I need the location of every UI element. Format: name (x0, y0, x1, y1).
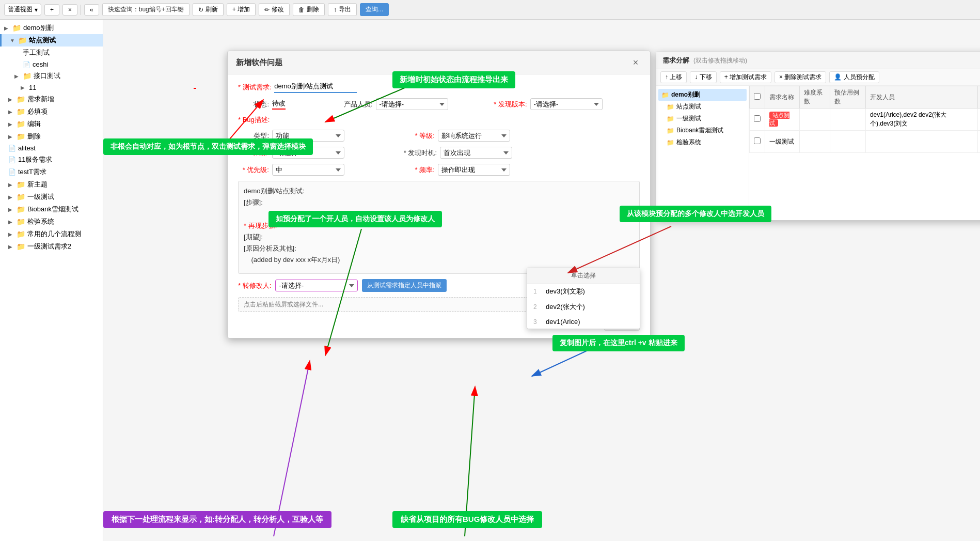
sidebar-item-label: 删除 (27, 132, 41, 141)
sidebar-item-api[interactable]: ▶ 📁 接口测试 (0, 70, 103, 82)
sidebar-item-alitest[interactable]: 📄 alitest (0, 143, 103, 153)
req-tree-item-check[interactable]: 📁 检验系统 (658, 136, 747, 148)
form-field-level: * 等级: 影响系统运行 (404, 130, 640, 142)
view-select[interactable]: 普通视图 ▾ (4, 4, 41, 16)
req-add-button[interactable]: + 增加测试需求 (720, 71, 771, 83)
desc-area[interactable]: demo别删/站点测试: [步骤]: * 再现步骤: [期望]: [原因分析及其… (238, 181, 640, 274)
sidebar-item-edit[interactable]: ▶ 📁 编辑 (0, 118, 103, 130)
bug-desc-label: * Bug描述: (238, 115, 270, 125)
found-time-select[interactable]: 首次出现 (440, 147, 512, 159)
collapse-button[interactable]: « (84, 4, 99, 16)
req-tree-item-level1[interactable]: 📁 一级测试 (658, 113, 747, 125)
req-tree-label: 站点测试 (676, 102, 701, 111)
req-table-header-difficulty: 难度系数 (799, 86, 830, 109)
annotation-initial-state: 新增时初始状态由流程推导出来 (392, 71, 515, 88)
annotation-select-dev: 从该模块预分配的多个修改人中选开发人员 (620, 206, 771, 222)
sidebar-item-flow[interactable]: ▶ 📁 常用的几个流程测 (0, 228, 103, 240)
sidebar-item-level1[interactable]: ▶ 📁 一级测试 (0, 191, 103, 203)
sidebar-item-label: Biobank雪烟测试 (27, 205, 78, 214)
req-table-row: 站点测试 dev1(Arice),dev2 dev2(张大个),dev3(刘文 (750, 109, 981, 131)
sidebar-item-check[interactable]: ▶ 📁 检验系统 (0, 215, 103, 228)
sidebar-item-manual[interactable]: 手工测试 (0, 47, 103, 59)
sidebar-item-label: 手工测试 (23, 48, 50, 57)
single-select-item-1[interactable]: 1 dev3(刘文彩) (527, 284, 640, 299)
form-field-version: * 发现版本: -请选择- (494, 98, 640, 110)
desc-cause-label: [原因分析及其他]: (244, 244, 634, 253)
frequency-select[interactable]: 操作即出现 (438, 164, 510, 176)
sidebar-item-station[interactable]: ▼ 📁 站点测试 (0, 34, 103, 47)
folder-icon: 📁 (17, 242, 25, 251)
sidebar-item-label: 一级测试 (27, 192, 54, 202)
item-num: 2 (533, 303, 542, 311)
req-tree-label: 检验系统 (676, 138, 701, 147)
add-button[interactable]: + 增加 (227, 3, 256, 16)
transfer-assign-button[interactable]: 从测试需求指定人员中指派 (362, 279, 447, 292)
req-person-button[interactable]: 👤 人员预分配 (829, 71, 879, 83)
req-down-button[interactable]: ↓ 下移 (690, 71, 716, 83)
single-select-item-2[interactable]: 2 dev2(张大个) (527, 299, 640, 315)
select-all-checkbox[interactable] (754, 93, 761, 100)
sidebar-item-label: testT需求 (18, 167, 46, 177)
sidebar-item-req-new[interactable]: ▶ 📁 需求新增 (0, 93, 103, 105)
req-row-developer (865, 131, 977, 153)
sidebar-item-label: 一级测试需求2 (27, 242, 71, 251)
expand-icon: ▶ (8, 207, 14, 212)
toolbar: 普通视图 ▾ + × « 快速查询：bug编号+回车键 ↻ 刷新 + 增加 ✏ … (0, 0, 980, 20)
annotation-non-root: 非根会自动对应，如为根节点，双击测试需求，弹窗选择模块 (103, 138, 313, 155)
search-button[interactable]: 查询... (360, 3, 389, 16)
form-field-product: 产品人员: -请选择- (342, 98, 488, 110)
req-tree: 📁 demo别删 📁 站点测试 📁 一级测试 📁 (656, 86, 749, 220)
delete-button[interactable]: 🗑 删除 (293, 3, 325, 16)
close-tab-button[interactable]: × (62, 4, 77, 16)
expand-icon: ▶ (8, 244, 14, 250)
req-table: 需求名称 难度系数 预估用例数 开发人员 分配人员 站 (749, 86, 980, 220)
sidebar-item-biobank[interactable]: ▶ 📁 Biobank雪烟测试 (0, 203, 103, 215)
version-select[interactable]: -请选择- (530, 98, 603, 110)
annotation-default-dev: 缺省从项目的所有BUG修改人员中选择 (392, 511, 542, 528)
folder-icon: 📁 (17, 193, 25, 201)
found-time-label: * 发现时机: (404, 148, 437, 158)
priority-label: * 优先级: (238, 165, 269, 175)
req-table-header-developer: 开发人员 (865, 86, 977, 109)
req-tree-item-demo[interactable]: 📁 demo别删 (658, 89, 747, 101)
sidebar-item-new-theme[interactable]: ▶ 📁 新主题 (0, 178, 103, 191)
dialog-close-button[interactable]: × (629, 56, 642, 69)
item-num: 3 (533, 318, 542, 326)
export-button[interactable]: ↑ 导出 (328, 3, 357, 16)
expand-icon: ▶ (8, 182, 14, 188)
sidebar-item-11[interactable]: ▶ 11 (0, 82, 103, 93)
sidebar-item-delete[interactable]: ▶ 📁 删除 (0, 130, 103, 143)
sidebar-item-required[interactable]: ▶ 📁 必填项 (0, 105, 103, 118)
req-tree-item-station[interactable]: 📁 站点测试 (658, 101, 747, 113)
single-select-item-3[interactable]: 3 dev1(Arice) (527, 315, 640, 329)
req-up-button[interactable]: ↑ 上移 (660, 71, 687, 83)
req-tree-item-biobank[interactable]: 📁 Biobank雷烟测试 (658, 125, 747, 136)
row-checkbox[interactable] (754, 115, 761, 122)
req-row-estimated (830, 109, 865, 131)
quick-search-button[interactable]: 快速查询：bug编号+回车键 (102, 3, 189, 16)
refresh-button[interactable]: ↻ 刷新 (193, 3, 224, 16)
req-row-assigned: dev3(刘文彩) dev2(张大个),dev3(刘文 (977, 131, 980, 153)
sidebar-item-testT[interactable]: 📄 testT需求 (0, 166, 103, 178)
folder-icon: 📁 (23, 72, 31, 80)
sidebar-item-ceshi[interactable]: 📄 ceshi (0, 59, 103, 70)
level-select[interactable]: 影响系统运行 (438, 130, 510, 142)
form-row-status: 状态: 待改 产品人员: -请选择- * 发现版本: -请 (238, 98, 640, 110)
sidebar-item-11service[interactable]: 📄 11服务需求 (0, 153, 103, 166)
req-delete-button[interactable]: × 删除测试需求 (774, 71, 826, 83)
req-panel-hint: (双击修改拖拽移动) (693, 56, 747, 65)
edit-button[interactable]: ✏ 修改 (259, 3, 290, 16)
folder-icon: 📁 (17, 230, 25, 238)
sidebar-item-demo[interactable]: ▶ 📁 demo别删 (0, 22, 103, 34)
priority-select[interactable]: 中 (272, 164, 344, 176)
add-tab-button[interactable]: + (44, 4, 59, 16)
sidebar-item-level1-req2[interactable]: ▶ 📁 一级测试需求2 (0, 240, 103, 253)
folder-icon: 📁 (667, 139, 674, 146)
row-checkbox[interactable] (754, 137, 761, 144)
status-value: 待改 (272, 99, 286, 110)
req-row-difficulty (799, 131, 830, 153)
transfer-select[interactable]: -请选择- (275, 280, 358, 291)
content-area: 新增软件问题 × * 测试需求: demo别删/站点测试 状态: (103, 20, 980, 541)
product-select[interactable]: -请选择- (376, 98, 448, 110)
req-panel-header: 需求分解 (双击修改拖拽移动) « (656, 52, 980, 69)
